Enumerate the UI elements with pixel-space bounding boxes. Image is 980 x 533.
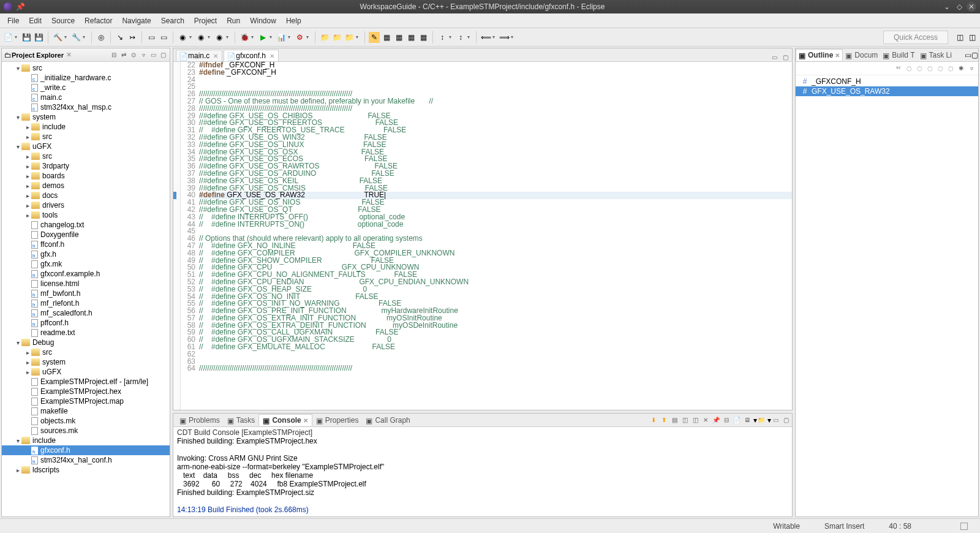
run-icon[interactable]: ▶ [257,32,268,43]
console-min-icon[interactable]: ▭ [771,416,780,425]
hide5-icon[interactable]: ◌ [946,64,955,73]
minimize-icon[interactable]: ⌄ [942,2,952,12]
outline-tab[interactable]: ▣Task Li [918,50,954,61]
hide4-icon[interactable]: ◌ [936,64,944,73]
tree-item[interactable]: gfxconf.h [2,445,170,455]
toggle2-icon[interactable]: ▭ [158,32,169,43]
outline-item[interactable]: #GFX_USE_OS_RAW32 [796,86,978,96]
tree-item[interactable]: readme.txt [2,328,170,338]
tree-item[interactable]: objects.mk [2,416,170,426]
tree-item[interactable]: ExampleSTMProject.map [2,396,170,406]
b4-icon[interactable]: ▦ [418,32,429,43]
menu-search[interactable]: Search [156,15,189,26]
save-icon[interactable]: 💾 [21,32,32,43]
tree-item[interactable]: ▸tools [2,210,170,220]
close-view-icon[interactable]: ✕ [66,51,72,59]
b2-icon[interactable]: ▦ [393,32,404,43]
saveall-icon[interactable]: 💾 [33,32,44,43]
console-wrap-icon[interactable]: ▤ [670,416,679,425]
wrench-icon[interactable]: 🔧 [70,32,81,43]
close-icon[interactable]: ✕ [967,2,976,12]
tree-item[interactable]: ExampleSTMProject.hex [2,387,170,396]
tree-item[interactable]: ▾include [2,436,170,445]
new-dd[interactable]: ▾ [15,34,20,40]
console-scroll-icon[interactable]: ⊟ [722,416,731,425]
tree-item[interactable]: makefile [2,406,170,416]
link-icon[interactable]: ⇄ [119,51,128,59]
tree-item[interactable]: ▾Debug [2,338,170,347]
openres-icon[interactable]: 📁 [344,32,355,43]
hide3-icon[interactable]: ◌ [925,64,934,73]
tree-item[interactable]: changelog.txt [2,220,170,230]
tree-item[interactable]: _write.c [2,83,170,93]
console-pin-icon[interactable]: 📌 [712,416,720,425]
opentype-icon[interactable]: 📁 [331,32,342,43]
quick-access-button[interactable]: Quick Access [883,31,948,44]
ext-icon[interactable]: ⚙ [294,32,305,43]
outline-items[interactable]: #_GFXCONF_H#GFX_USE_OS_RAW32 [796,75,978,516]
tree-item[interactable]: ▾src [2,63,170,73]
bottom-tab-problems[interactable]: ▣Problems [176,415,224,426]
outline-max-icon[interactable]: ▢ [971,51,978,59]
focus-icon[interactable]: ⊙ [129,51,138,59]
tree-item[interactable]: ▸ldscripts [2,465,170,475]
tree-item[interactable]: mf_scaledfont.h [2,308,170,318]
editor-tab[interactable]: 📄gfxconf.h✕ [224,50,279,61]
tree-item[interactable]: Doxygenfile [2,230,170,240]
menu-project[interactable]: Project [189,15,222,26]
minimize-view-icon[interactable]: ▭ [149,51,157,59]
menu-help[interactable]: Help [281,15,306,26]
sort-icon[interactable]: ᵃᶻ [894,64,903,73]
tree-item[interactable]: stm32f4xx_hal_msp.c [2,102,170,112]
tree-item[interactable]: ▸src [2,347,170,357]
code-body[interactable]: #ifndef _GFXCONF_H#define _GFXCONF_H////… [199,62,792,410]
stepo-icon[interactable]: ↣ [127,32,138,43]
tree-item[interactable]: mf_bwfont.h [2,289,170,298]
build-icon[interactable]: 🔨 [52,32,63,43]
outline-menu-icon[interactable]: ▿ [967,64,976,73]
new-icon[interactable]: 📄 [2,32,13,43]
menu-run[interactable]: Run [222,15,245,26]
tree-item[interactable]: ▸src [2,151,170,161]
menu-navigate[interactable]: Navigate [117,15,156,26]
tree-item[interactable]: ▸3rdparty [2,161,170,171]
maximize-view-icon[interactable]: ▢ [159,51,167,59]
tree-item[interactable]: main.c [2,93,170,102]
persp2-icon[interactable]: ◫ [967,32,978,43]
newfolder-icon[interactable]: ◉ [195,32,206,43]
tree-item[interactable]: gfxconf.example.h [2,269,170,279]
tree-item[interactable]: ▸uGFX [2,367,170,377]
tree-item[interactable]: pffconf.h [2,318,170,328]
menu-refactor[interactable]: Refactor [80,15,117,26]
tree-item[interactable]: ffconf.h [2,240,170,249]
hide1-icon[interactable]: ◌ [905,64,913,73]
openproj-icon[interactable]: 📁 [319,32,330,43]
menu-icon[interactable]: ▿ [139,51,148,59]
tree-item[interactable]: ▸demos [2,181,170,191]
console-c1-icon[interactable]: ◫ [680,416,689,425]
nav1-icon[interactable]: ↕ [437,32,448,43]
profile-icon[interactable]: 📊 [276,32,287,43]
b3-icon[interactable]: ▦ [405,32,417,43]
project-tree[interactable]: ▾src_initialize_hardware.c_write.cmain.c… [2,62,170,516]
bottom-tab-properties[interactable]: ▣Properties [312,415,363,426]
tree-item[interactable]: stm32f4xx_hal_conf.h [2,455,170,465]
newfile-icon[interactable]: ◉ [214,32,225,43]
bottom-tab-call-graph[interactable]: ▣Call Graph [362,415,413,426]
tree-item[interactable]: ▸src [2,132,170,142]
tree-item[interactable]: ▾uGFX [2,142,170,151]
menu-source[interactable]: Source [47,15,80,26]
console-clear-icon[interactable]: ✕ [701,416,710,425]
debug-icon[interactable]: 🐞 [239,32,250,43]
outline-min-icon[interactable]: ▭ [965,51,971,59]
editor-tab[interactable]: 📄main.c✕ [176,50,222,61]
tree-item[interactable]: gfx.h [2,249,170,259]
forward-icon[interactable]: ⟹ [499,32,510,43]
tree-item[interactable]: ▸system [2,357,170,367]
editor-min-icon[interactable]: ▭ [770,53,778,61]
tree-item[interactable]: gfx.mk [2,259,170,269]
hide2-icon[interactable]: ◌ [915,64,924,73]
console-max-icon[interactable]: ▢ [782,416,790,425]
b1-icon[interactable]: ▦ [381,32,392,43]
nav2-icon[interactable]: ↕ [455,32,466,43]
